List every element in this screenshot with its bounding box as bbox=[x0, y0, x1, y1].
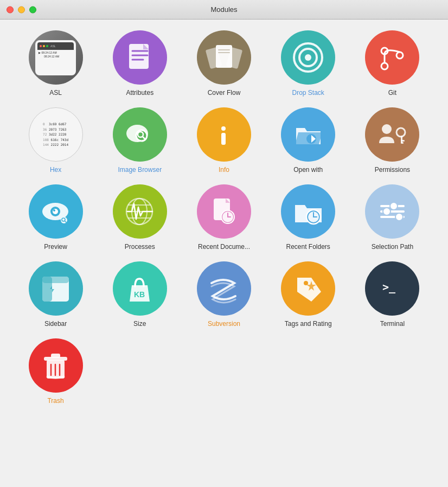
svg-text:>_: >_ bbox=[382, 280, 396, 293]
svg-rect-27 bbox=[401, 136, 402, 143]
preview-label: Preview bbox=[44, 243, 67, 251]
module-subversion[interactable]: Subversion bbox=[184, 261, 263, 328]
imagebrowser-icon bbox=[113, 107, 167, 162]
svg-point-21 bbox=[221, 126, 226, 131]
processes-icon bbox=[113, 184, 167, 239]
tagsrating-icon bbox=[281, 261, 335, 316]
svg-rect-60 bbox=[42, 277, 69, 283]
recentfolders-icon bbox=[281, 184, 335, 239]
tagsrating-label: Tags and Rating bbox=[285, 320, 332, 328]
window-title: Modules bbox=[210, 5, 237, 14]
minimize-button[interactable] bbox=[18, 6, 25, 13]
module-processes[interactable]: Processes bbox=[100, 184, 179, 251]
module-attributes[interactable]: Attributes bbox=[100, 30, 179, 97]
openwith-label: Open with bbox=[293, 166, 323, 174]
subversion-label: Subversion bbox=[208, 320, 240, 328]
close-button[interactable] bbox=[7, 6, 14, 13]
info-icon bbox=[197, 107, 251, 162]
coverflow-icon bbox=[197, 30, 251, 85]
module-coverflow[interactable]: Cover Flow bbox=[184, 30, 263, 97]
svg-rect-9 bbox=[218, 52, 230, 53]
recentdocs-label: Recent Docume... bbox=[198, 243, 250, 251]
module-hex[interactable]: 0 3c69 6d67 36 2073 7263 72 3d22 2220 10… bbox=[16, 107, 95, 174]
hex-icon: 0 3c69 6d67 36 2073 7263 72 3d22 2220 10… bbox=[29, 107, 83, 162]
sidebar-label: Sidebar bbox=[44, 320, 67, 328]
module-git[interactable]: Git bbox=[353, 30, 432, 97]
module-recentdocs[interactable]: Recent Docume... bbox=[184, 184, 263, 251]
module-imagebrowser[interactable]: Image Browser bbox=[100, 107, 179, 174]
svg-rect-28 bbox=[401, 140, 405, 142]
module-sidebar[interactable]: Sidebar bbox=[16, 261, 95, 328]
permissions-icon bbox=[365, 107, 419, 162]
sidebar-icon bbox=[29, 261, 83, 316]
terminal-icon: >_ bbox=[365, 261, 419, 316]
module-size[interactable]: KB Size bbox=[100, 261, 179, 328]
attributes-icon bbox=[113, 30, 167, 85]
trash-icon bbox=[29, 338, 83, 393]
svg-rect-29 bbox=[401, 142, 404, 144]
svg-point-26 bbox=[396, 128, 405, 137]
terminal-label: Terminal bbox=[380, 320, 405, 328]
selectionpath-label: Selection Path bbox=[372, 243, 413, 251]
hex-label: Hex bbox=[50, 166, 61, 174]
recentdocs-icon bbox=[197, 184, 251, 239]
svg-point-25 bbox=[382, 124, 392, 134]
svg-text:KB: KB bbox=[134, 290, 145, 299]
svg-point-55 bbox=[390, 202, 398, 210]
module-openwith[interactable]: Open with bbox=[269, 107, 348, 174]
maximize-button[interactable] bbox=[29, 6, 36, 13]
svg-rect-22 bbox=[221, 133, 226, 145]
svg-point-33 bbox=[53, 209, 55, 212]
svg-rect-8 bbox=[218, 49, 230, 50]
trash-label: Trash bbox=[47, 397, 63, 405]
module-permissions[interactable]: Permissions bbox=[353, 107, 432, 174]
svg-point-57 bbox=[395, 213, 403, 221]
size-label: Size bbox=[133, 320, 146, 328]
attributes-label: Attributes bbox=[126, 89, 153, 97]
dropstack-label: Drop Stack bbox=[292, 89, 324, 97]
module-asl[interactable]: ASL ▶ 08:24:12 AM 08:24:12 AM ASL bbox=[16, 30, 95, 97]
permissions-label: Permissions bbox=[375, 166, 410, 174]
module-dropstack[interactable]: Drop Stack bbox=[269, 30, 348, 97]
recentfolders-label: Recent Folders bbox=[286, 243, 330, 251]
module-recentfolders[interactable]: Recent Folders bbox=[269, 184, 348, 251]
module-preview[interactable]: Preview bbox=[16, 184, 95, 251]
svg-point-14 bbox=[381, 63, 388, 69]
svg-point-32 bbox=[53, 209, 58, 214]
svg-point-63 bbox=[304, 281, 308, 285]
svg-point-15 bbox=[396, 52, 403, 59]
asl-label: ASL bbox=[49, 89, 62, 97]
asl-icon: ASL ▶ 08:24:12 AM 08:24:12 AM bbox=[29, 30, 83, 85]
module-info[interactable]: Info bbox=[184, 107, 263, 174]
titlebar: Modules bbox=[0, 0, 448, 20]
processes-label: Processes bbox=[125, 243, 155, 251]
module-selectionpath[interactable]: Selection Path bbox=[353, 184, 432, 251]
imagebrowser-label: Image Browser bbox=[118, 166, 162, 174]
modules-grid: ASL ▶ 08:24:12 AM 08:24:12 AM ASL Attrib… bbox=[0, 20, 448, 415]
openwith-icon bbox=[281, 107, 335, 162]
selectionpath-icon bbox=[365, 184, 419, 239]
subversion-icon bbox=[197, 261, 251, 316]
traffic-lights bbox=[7, 6, 36, 13]
dropstack-icon bbox=[281, 30, 335, 85]
svg-rect-68 bbox=[51, 354, 60, 358]
module-terminal[interactable]: >_ Terminal bbox=[353, 261, 432, 328]
module-trash[interactable]: Trash bbox=[16, 338, 95, 405]
git-label: Git bbox=[388, 89, 396, 97]
info-label: Info bbox=[219, 166, 229, 174]
svg-point-56 bbox=[383, 208, 391, 215]
module-tagsrating[interactable]: Tags and Rating bbox=[269, 261, 348, 328]
svg-point-12 bbox=[305, 54, 311, 61]
coverflow-label: Cover Flow bbox=[208, 89, 241, 97]
git-icon bbox=[365, 30, 419, 85]
preview-icon bbox=[29, 184, 83, 239]
size-icon: KB bbox=[113, 261, 167, 316]
